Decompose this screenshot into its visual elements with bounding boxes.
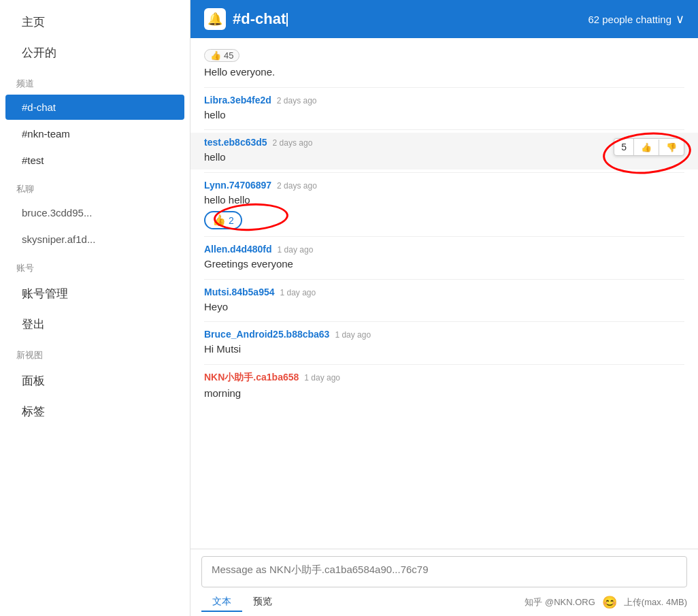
msg-time-7: 1 day ago bbox=[335, 330, 371, 340]
message-text-7: Hi Mutsi bbox=[204, 342, 684, 357]
dislike-button[interactable]: 👎 bbox=[659, 140, 684, 155]
message-block-7: Bruce_Android25.b88cba63 1 day ago Hi Mu… bbox=[190, 325, 698, 361]
message-meta-6: Mutsi.84b5a954 1 day ago bbox=[204, 287, 684, 297]
input-tabs: 文本 预览 bbox=[201, 593, 283, 612]
reaction-count-2: 2 bbox=[229, 215, 234, 226]
username-lynn[interactable]: Lynn.74706897 bbox=[204, 180, 271, 191]
watermark-text: 知乎 @NKN.ORG bbox=[525, 596, 595, 609]
input-right-tools: 知乎 @NKN.ORG 😊 上传(max. 4MB) bbox=[525, 595, 687, 610]
tab-preview[interactable]: 预览 bbox=[242, 593, 283, 612]
sidebar-item-test[interactable]: #test bbox=[5, 148, 184, 173]
main-panel: 🔔 #d-chat 62 people chatting ∨ 👍 45 Hell… bbox=[190, 0, 698, 616]
reaction-badge-2[interactable]: 👍 2 bbox=[204, 211, 242, 229]
msg-time-2: 2 days ago bbox=[277, 96, 317, 106]
hover-count: 5 bbox=[621, 142, 627, 152]
message-block-4: Lynn.74706897 2 days ago hello hello 👍 2 bbox=[190, 176, 698, 234]
message-block-5: Allen.d4d480fd 1 day ago Greetings every… bbox=[190, 240, 698, 276]
sidebar-item-skysniper[interactable]: skysniper.af1d... bbox=[5, 227, 184, 252]
message-text-8: morning bbox=[204, 386, 684, 402]
sidebar-item-bruce[interactable]: bruce.3cdd95... bbox=[5, 200, 184, 225]
channel-icon: 🔔 bbox=[204, 8, 226, 30]
message-text-4: hello hello bbox=[204, 193, 684, 208]
username-libra[interactable]: Libra.3eb4fe2d bbox=[204, 95, 271, 106]
messages-area: 👍 45 Hello everyone. Libra.3eb4fe2d 2 da… bbox=[190, 38, 698, 549]
username-test[interactable]: test.eb8c63d5 bbox=[204, 137, 267, 148]
message-input[interactable] bbox=[201, 556, 687, 587]
message-text-5: Greetings everyone bbox=[204, 257, 684, 272]
divider-4 bbox=[204, 236, 684, 237]
people-count-button[interactable]: 62 people chatting ∨ bbox=[588, 12, 684, 27]
chevron-down-icon: ∨ bbox=[676, 12, 684, 27]
message-block-2: Libra.3eb4fe2d 2 days ago hello bbox=[190, 91, 698, 127]
msg-time-4: 2 days ago bbox=[277, 181, 317, 191]
hover-actions: 5 👍 👎 bbox=[614, 138, 684, 156]
upload-label[interactable]: 上传(max. 4MB) bbox=[624, 596, 687, 609]
divider-1 bbox=[204, 87, 684, 88]
thumb-up-icon-2: 👍 bbox=[212, 214, 226, 227]
msg-time-8: 1 day ago bbox=[304, 373, 340, 383]
msg-time-6: 1 day ago bbox=[280, 288, 316, 297]
sidebar-item-nkn-team[interactable]: #nkn-team bbox=[5, 121, 184, 146]
username-allen[interactable]: Allen.d4d480fd bbox=[204, 244, 272, 255]
username-mutsi[interactable]: Mutsi.84b5a954 bbox=[204, 287, 275, 297]
divider-2 bbox=[204, 129, 684, 130]
icon-emoji: 🔔 bbox=[207, 12, 222, 27]
message-text-3: hello bbox=[204, 150, 684, 165]
sidebar-item-home[interactable]: 主页 bbox=[5, 7, 184, 37]
message-text-6: Heyo bbox=[204, 299, 684, 315]
message-meta-7: Bruce_Android25.b88cba63 1 day ago bbox=[204, 329, 684, 340]
username-nkn-bot[interactable]: NKN小助手.ca1ba658 bbox=[204, 372, 299, 384]
thumb-icon: 👍 bbox=[210, 50, 221, 61]
reaction-count-btn[interactable]: 5 bbox=[614, 139, 634, 155]
divider-3 bbox=[204, 172, 684, 173]
tab-text[interactable]: 文本 bbox=[201, 593, 242, 612]
people-count-label: 62 people chatting bbox=[588, 14, 671, 25]
sidebar-item-tags[interactable]: 标签 bbox=[5, 397, 184, 426]
dm-label: 私聊 bbox=[0, 174, 190, 199]
top-reaction: 👍 45 bbox=[204, 49, 684, 62]
reaction-badge-45[interactable]: 👍 45 bbox=[204, 49, 239, 62]
sidebar-item-logout[interactable]: 登出 bbox=[5, 310, 184, 339]
reaction-count: 45 bbox=[224, 50, 233, 61]
like-button[interactable]: 👍 bbox=[634, 140, 659, 155]
divider-5 bbox=[204, 279, 684, 280]
channel-title: #d-chat bbox=[233, 10, 288, 28]
input-toolbar: 文本 预览 知乎 @NKN.ORG 😊 上传(max. 4MB) bbox=[201, 590, 687, 616]
msg-time-5: 1 day ago bbox=[278, 245, 314, 255]
message-block-1: 👍 45 Hello everyone. bbox=[190, 45, 698, 84]
divider-6 bbox=[204, 321, 684, 322]
sidebar-item-public[interactable]: 公开的 bbox=[5, 38, 184, 67]
message-block-3: test.eb8c63d5 2 days ago hello 5 👍 👎 bbox=[190, 133, 698, 169]
sidebar: 主页 公开的 频道 #d-chat #nkn-team #test 私聊 bru… bbox=[0, 0, 190, 616]
message-meta-3: test.eb8c63d5 2 days ago bbox=[204, 137, 684, 148]
header-left: 🔔 #d-chat bbox=[204, 8, 288, 30]
message-text-2: hello bbox=[204, 108, 684, 123]
message-meta-4: Lynn.74706897 2 days ago bbox=[204, 180, 684, 191]
emoji-button[interactable]: 😊 bbox=[602, 595, 617, 610]
channel-header: 🔔 #d-chat 62 people chatting ∨ bbox=[190, 0, 698, 38]
msg-time-3: 2 days ago bbox=[273, 138, 313, 148]
message-block-6: Mutsi.84b5a954 1 day ago Heyo bbox=[190, 282, 698, 319]
channels-label: 频道 bbox=[0, 68, 190, 94]
sidebar-item-d-chat[interactable]: #d-chat bbox=[5, 95, 184, 120]
message-meta-8: NKN小助手.ca1ba658 1 day ago bbox=[204, 372, 684, 384]
input-area: 文本 预览 知乎 @NKN.ORG 😊 上传(max. 4MB) bbox=[190, 549, 698, 616]
message-block-8: NKN小助手.ca1ba658 1 day ago morning bbox=[190, 368, 698, 406]
newview-label: 新视图 bbox=[0, 340, 190, 366]
sidebar-item-dashboard[interactable]: 面板 bbox=[5, 366, 184, 395]
thumb-up-icon: 👍 bbox=[641, 142, 652, 152]
sidebar-item-manage[interactable]: 账号管理 bbox=[5, 279, 184, 308]
username-bruce-android[interactable]: Bruce_Android25.b88cba63 bbox=[204, 329, 329, 340]
divider-7 bbox=[204, 364, 684, 365]
message-meta-5: Allen.d4d480fd 1 day ago bbox=[204, 244, 684, 255]
thumb-down-icon: 👎 bbox=[666, 142, 677, 152]
message-meta-2: Libra.3eb4fe2d 2 days ago bbox=[204, 95, 684, 106]
message-text-1: Hello everyone. bbox=[204, 65, 684, 80]
account-label: 账号 bbox=[0, 253, 190, 278]
